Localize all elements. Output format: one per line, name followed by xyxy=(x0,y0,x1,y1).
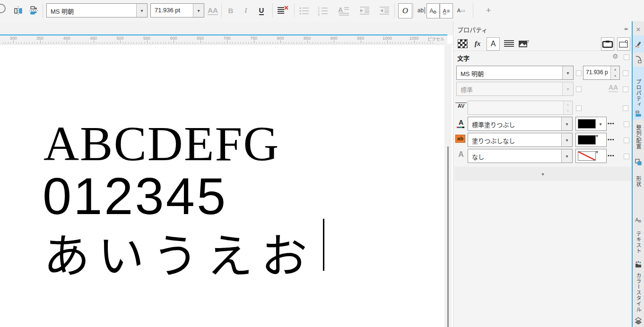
chevron-down-icon[interactable]: ▾ xyxy=(561,149,572,163)
tab-paragraph[interactable] xyxy=(503,37,515,50)
character-options-gear[interactable]: ⚙ xyxy=(612,52,618,60)
docker-tab-text[interactable]: テキスト xyxy=(633,227,644,258)
canvas-text-line-3[interactable]: あいうえお xyxy=(44,218,315,285)
frame-mode-button[interactable] xyxy=(601,37,614,51)
kerning-aa-checkbox[interactable] xyxy=(623,86,628,92)
close-docker-button[interactable]: ✕ xyxy=(633,25,644,34)
section-checkbox[interactable] xyxy=(624,54,629,60)
vertical-text-button[interactable]: A ↓↓↓ xyxy=(455,4,467,17)
node-curve-icon[interactable] xyxy=(633,53,644,66)
panel-font-size-spinner[interactable]: 71.936 p ▴ ▾ xyxy=(583,66,620,80)
outline-color-picker[interactable]: ▾ xyxy=(575,149,607,163)
tab-character[interactable]: A xyxy=(487,37,500,51)
bulleted-list-button[interactable] xyxy=(297,4,311,17)
shape-icon[interactable] xyxy=(633,156,644,168)
edit-text-button[interactable]: ab xyxy=(415,4,427,17)
panel-expander[interactable]: ▾ xyxy=(454,167,631,181)
font-style-select[interactable]: 標準 ▾ xyxy=(456,82,574,96)
alignment-none-button[interactable] xyxy=(276,4,290,17)
chevron-down-icon[interactable]: ▾ xyxy=(596,133,605,146)
ruler-minor-tick xyxy=(299,42,300,43)
underline-button[interactable]: U xyxy=(255,4,268,17)
collapse-docker-icon[interactable]: ▸▸ xyxy=(625,26,627,31)
docker-tab-shape[interactable]: 形状 xyxy=(633,170,644,193)
color-styles-icon[interactable] xyxy=(633,258,644,270)
font-checkbox[interactable] xyxy=(576,70,582,76)
ruler-minor-tick xyxy=(230,42,230,43)
chevron-down-icon[interactable]: ▾ xyxy=(561,117,572,130)
canvas-text-line-2[interactable]: 012345 xyxy=(43,166,227,226)
chevron-down-icon: ▾ xyxy=(562,82,573,95)
character-settings-button[interactable]: A ⚙ xyxy=(426,3,440,18)
fill-type-select[interactable]: 標準塗りつぶし ▾ xyxy=(468,117,573,131)
text-docker-icon[interactable]: A ⚙ xyxy=(633,214,644,225)
edit-text-icon: ab xyxy=(418,7,425,14)
italic-button[interactable]: I xyxy=(240,4,252,17)
fill-settings-button[interactable]: ••• xyxy=(608,120,615,126)
chevron-down-icon[interactable]: ▾ xyxy=(562,66,573,79)
ruler-tick-label: 800 xyxy=(273,36,287,41)
ruler-minor-tick xyxy=(51,42,51,43)
align-distribute-icon[interactable] xyxy=(633,108,644,119)
outline-settings-button[interactable]: ••• xyxy=(608,153,615,158)
vertical-scrollbar-thumb[interactable] xyxy=(447,146,449,327)
ruler-minor-tick xyxy=(26,42,27,43)
fill-color-picker[interactable]: ▾ xyxy=(575,117,607,131)
background-color-picker[interactable]: ▾ xyxy=(575,133,607,147)
mirror-text-horizontal-button[interactable] xyxy=(12,4,25,17)
background-settings-button[interactable]: ••• xyxy=(608,137,615,142)
chevron-down-icon[interactable]: ▾ xyxy=(136,4,147,17)
style-checkbox[interactable] xyxy=(576,86,582,92)
panel-font-family-select[interactable]: MS 明朝 ▾ xyxy=(456,66,574,80)
docker-tab-color-styles[interactable]: カラースタイル xyxy=(633,271,644,314)
font-size-select[interactable]: 71.936 pt ▾ xyxy=(150,3,204,17)
size-checkbox[interactable] xyxy=(623,70,628,76)
ruler-tick-label: 1050 xyxy=(407,36,421,41)
ruler-minor-tick xyxy=(270,42,270,43)
docker-tab-properties-icon[interactable] xyxy=(633,35,644,52)
increase-indent-button[interactable] xyxy=(358,4,371,17)
drawing-canvas[interactable]: ABCDEFG 012345 あいうえお xyxy=(0,44,453,327)
background-fill-select[interactable]: 塗りつぶしなし ▾ xyxy=(468,133,573,147)
bold-button[interactable]: B xyxy=(225,4,236,17)
chevron-down-icon[interactable]: ▾ xyxy=(596,117,605,130)
range-kerning-checkbox[interactable] xyxy=(576,105,582,111)
spin-down-icon[interactable]: ▾ xyxy=(611,73,619,79)
remove-formatting-button[interactable]: O xyxy=(398,3,412,18)
ruler-minor-tick xyxy=(99,42,99,43)
chevron-down-icon[interactable]: ▾ xyxy=(193,4,204,17)
outline-checkbox[interactable] xyxy=(624,154,629,159)
interactive-kerning-button[interactable]: AA xyxy=(206,4,219,17)
spin-up-icon[interactable]: ▴ xyxy=(611,66,619,73)
range-kerning-value xyxy=(468,101,563,114)
chevron-down-icon[interactable]: ▾ xyxy=(596,149,605,163)
horizontal-text-button[interactable]: A ≡ xyxy=(440,3,453,18)
chevron-down-icon[interactable]: ▾ xyxy=(561,133,572,146)
ruler-minor-tick xyxy=(259,42,260,43)
canvas-text-line-1[interactable]: ABCDEFG xyxy=(44,115,279,172)
range-kerning-spinner[interactable]: ▴ ▾ xyxy=(468,101,573,115)
underline-checkbox[interactable] xyxy=(623,105,628,111)
font-family-select[interactable]: MS 明朝 ▾ xyxy=(46,3,148,17)
tab-frame[interactable]: ? xyxy=(518,37,530,50)
drop-cap-button[interactable]: A xyxy=(337,4,350,17)
fill-checkbox[interactable] xyxy=(624,121,629,127)
add-toolbar-button[interactable]: + xyxy=(482,4,495,17)
horizontal-ruler[interactable]: ピクセル 30035040045050055060065070075080085… xyxy=(0,35,447,44)
mirror-text-vertical-button[interactable] xyxy=(27,4,40,17)
tab-effects[interactable]: fx xyxy=(471,37,484,50)
ruler-minor-tick xyxy=(339,42,339,43)
outline-type-select[interactable]: なし ▾ xyxy=(468,149,573,163)
objects-docker-icon[interactable] xyxy=(633,315,644,327)
numbered-list-button[interactable]: 123 xyxy=(316,4,330,17)
tab-transparency[interactable] xyxy=(456,37,469,50)
size-spinner-buttons[interactable]: ▴ ▾ xyxy=(610,66,619,79)
background-checkbox[interactable] xyxy=(624,138,629,143)
kerning-aa-icon[interactable]: AA xyxy=(609,84,618,92)
frame-visibility-button[interactable] xyxy=(617,37,630,51)
docker-tab-align[interactable]: 整列/配置 xyxy=(633,120,644,155)
toolbar-separator xyxy=(294,3,295,17)
decrease-indent-button[interactable] xyxy=(378,4,391,17)
expand-more-icon: ▾ xyxy=(541,172,544,177)
vertical-scrollbar[interactable] xyxy=(444,44,452,327)
